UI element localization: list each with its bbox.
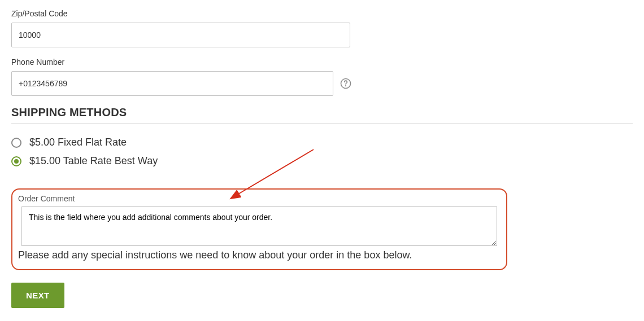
order-comment-hint: Please add any special instructions we n…	[18, 249, 501, 261]
zip-field-row: Zip/Postal Code	[11, 9, 633, 47]
shipping-methods-heading: SHIPPING METHODS	[11, 106, 633, 119]
phone-input[interactable]	[11, 71, 333, 96]
zip-input[interactable]	[11, 23, 350, 47]
shipping-option-label: $5.00 Fixed Flat Rate	[29, 137, 127, 148]
svg-point-1	[345, 85, 346, 86]
phone-field-row: Phone Number	[11, 58, 633, 96]
help-icon[interactable]	[340, 78, 351, 89]
shipping-option-fixed-flat-rate[interactable]: $5.00 Fixed Flat Rate	[11, 137, 633, 148]
order-comment-label: Order Comment	[18, 194, 501, 203]
shipping-option-table-rate-best-way[interactable]: $15.00 Table Rate Best Way	[11, 155, 633, 167]
order-comment-textarea[interactable]: This is the field where you add addition…	[21, 206, 497, 246]
phone-label: Phone Number	[11, 58, 633, 67]
order-comment-highlight-box: Order Comment This is the field where yo…	[11, 188, 507, 270]
shipping-option-label: $15.00 Table Rate Best Way	[29, 155, 158, 167]
radio-icon	[11, 138, 21, 148]
shipping-divider	[11, 124, 633, 124]
radio-icon	[11, 156, 21, 166]
next-button[interactable]: NEXT	[11, 283, 64, 308]
zip-label: Zip/Postal Code	[11, 9, 633, 18]
